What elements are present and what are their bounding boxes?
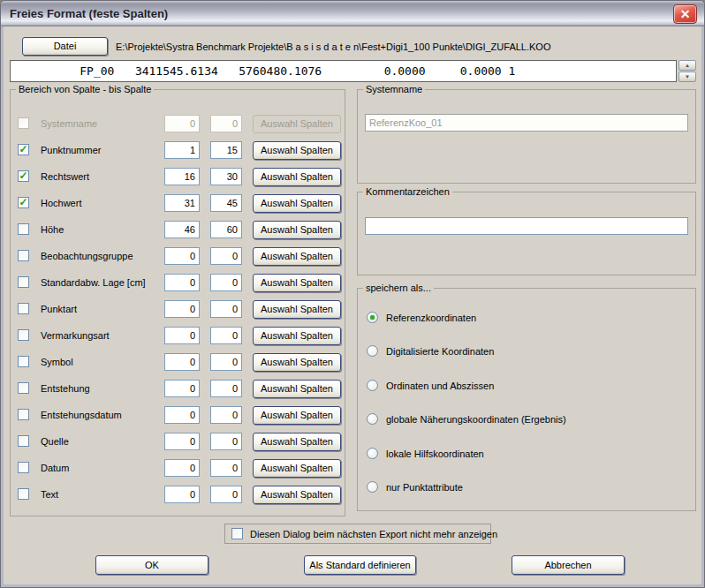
from-column-input-quelle[interactable] [164,433,200,450]
checkbox-entstehungsdatum[interactable] [18,409,29,420]
from-column-input-standardabw-lage-cm[interactable] [164,274,200,291]
ok-button[interactable]: OK [95,555,208,575]
checkbox-hochwert[interactable]: ✓ [18,197,29,208]
auswahl-spalten-button-standardabw-lage-cm[interactable]: Auswahl Spalten [253,274,341,292]
kommentarzeichen-input[interactable] [365,217,688,235]
auswahl-spalten-button-entstehungsdatum[interactable]: Auswahl Spalten [253,406,341,425]
hide-dialog-checkbox[interactable] [231,528,243,539]
to-column-input-punktnummer[interactable] [210,141,242,159]
checkbox-beobachtungsgruppe[interactable] [18,250,29,261]
checkbox-vermarkungsart[interactable] [18,329,29,341]
from-column-input-datum[interactable] [164,459,200,477]
column-range-group-title: Bereich von Spalte - bis Spalte [16,84,154,95]
auswahl-spalten-button-rechtswert[interactable]: Auswahl Spalten [253,168,341,186]
to-column-input-entstehungsdatum[interactable] [210,406,242,424]
auswahl-spalten-button-text[interactable]: Auswahl Spalten [253,486,341,504]
from-column-input-punktnummer[interactable] [164,141,200,159]
to-column-input-quelle[interactable] [210,433,242,450]
from-column-input-rechtswert[interactable] [164,168,200,185]
checkbox-datum[interactable] [18,462,29,473]
auswahl-spalten-button-systemname: Auswahl Spalten [253,115,341,133]
radio-ordinaten-und-abszissen[interactable] [367,380,378,391]
als-standard-definieren-button[interactable]: Als Standard definieren [304,555,416,575]
auswahl-spalten-button-punktart[interactable]: Auswahl Spalten [253,300,341,319]
radio-nur-punktattribute[interactable] [367,481,378,493]
to-column-input-datum[interactable] [210,459,242,477]
to-column-input-standardabw-lage-cm[interactable] [210,274,242,291]
to-column-input-rechtswert[interactable] [210,168,242,185]
column-range-group: Bereich von Spalte - bis Spalte Systemna… [10,89,345,516]
to-column-input-text[interactable] [210,486,242,503]
checkbox-quelle[interactable] [18,435,29,447]
column-row-hochwert: ✓HochwertAuswahl Spalten [18,194,339,214]
preview-field[interactable]: FP_00 3411545.6134 5760480.1076 0.0000 0… [10,60,677,82]
from-column-input-vermarkungsart[interactable] [164,327,200,344]
column-row-quelle: QuelleAuswahl Spalten [18,433,339,452]
radio-lokale-hilfskoordinaten[interactable] [367,448,378,459]
dialog-freies-format: Freies Format (feste Spalten) ✕ Datei E:… [0,0,705,588]
auswahl-spalten-button-punktnummer[interactable]: Auswahl Spalten [253,141,341,160]
auswahl-spalten-button-entstehung[interactable]: Auswahl Spalten [253,380,341,398]
from-column-input-entstehungsdatum[interactable] [164,406,200,424]
row-label-entstehung: Entstehung [41,383,90,394]
column-row-standardabw-lage-cm: Standardabw. Lage [cm]Auswahl Spalten [18,274,339,293]
checkbox-standardabw-lage-cm[interactable] [18,276,29,288]
title-bar[interactable]: Freies Format (feste Spalten) [1,1,704,26]
row-label-quelle: Quelle [41,436,69,447]
row-label-punktnummer: Punktnummer [41,145,101,155]
auswahl-spalten-button-h-he[interactable]: Auswahl Spalten [253,221,341,239]
row-label-symbol: Symbol [41,357,73,367]
to-column-input-h-he[interactable] [210,221,242,238]
from-column-input-hochwert[interactable] [164,194,200,212]
checkbox-entstehung[interactable] [18,382,29,394]
hide-dialog-box: Diesen Dialog beim nächsten Export nicht… [224,524,491,544]
to-column-input-hochwert[interactable] [210,194,242,212]
checkbox-h-he[interactable] [18,223,29,235]
abbrechen-button[interactable]: Abbrechen [512,555,625,575]
auswahl-spalten-button-symbol[interactable]: Auswahl Spalten [253,353,341,372]
checkbox-punktart[interactable] [18,303,29,314]
row-label-text: Text [41,489,58,500]
close-button[interactable]: ✕ [673,4,697,24]
arrow-up-icon: ▲ [685,63,690,68]
to-column-input-vermarkungsart[interactable] [210,327,242,344]
checkbox-punktnummer[interactable]: ✓ [18,144,29,155]
radio-digitalisierte-koordinaten[interactable] [367,345,378,357]
checkbox-text[interactable] [18,488,29,500]
file-path: E:\Projekte\Systra Benchmark Projekte\B … [116,41,692,52]
scroll-down-button[interactable]: ▼ [678,72,696,82]
from-column-input-text[interactable] [164,486,200,503]
radio-globale-n-herungskoordinaten-ergebnis[interactable] [367,413,378,425]
datei-button[interactable]: Datei [22,37,108,56]
scroll-up-button[interactable]: ▲ [678,60,696,71]
radio-label-globale-n-herungskoordinaten-ergebnis: globale Näherungskoordinaten (Ergebnis) [386,414,566,425]
checkbox-symbol[interactable] [18,356,29,367]
from-column-input-symbol[interactable] [164,353,200,371]
window-title: Freies Format (feste Spalten) [10,7,168,20]
row-label-standardabw-lage-cm: Standardabw. Lage [cm] [41,277,146,288]
radio-label-referenzkoordinaten: Referenzkoordinaten [386,313,476,323]
hide-dialog-label: Diesen Dialog beim nächsten Export nicht… [250,529,497,539]
speichern-als-group: speichern als... ReferenzkoordinatenDigi… [357,288,696,511]
to-column-input-beobachtungsgruppe[interactable] [210,247,242,265]
arrow-down-icon: ▼ [685,74,690,79]
row-label-rechtswert: Rechtswert [41,171,89,182]
auswahl-spalten-button-datum[interactable]: Auswahl Spalten [253,459,341,478]
to-column-input-punktart[interactable] [210,300,242,318]
auswahl-spalten-button-hochwert[interactable]: Auswahl Spalten [253,194,341,213]
from-column-input-h-he[interactable] [164,221,200,238]
auswahl-spalten-button-beobachtungsgruppe[interactable]: Auswahl Spalten [253,247,341,266]
from-column-input-beobachtungsgruppe[interactable] [164,247,200,265]
checkbox-rechtswert[interactable]: ✓ [18,170,29,182]
auswahl-spalten-button-vermarkungsart[interactable]: Auswahl Spalten [253,327,341,345]
to-column-input-systemname [210,115,242,132]
from-column-input-punktart[interactable] [164,300,200,318]
column-row-symbol: SymbolAuswahl Spalten [18,353,339,373]
auswahl-spalten-button-quelle[interactable]: Auswahl Spalten [253,433,341,451]
to-column-input-entstehung[interactable] [210,380,242,397]
kommentarzeichen-group: Kommentarzeichen [357,192,696,275]
column-row-systemname: SystemnameAuswahl Spalten [18,115,339,134]
from-column-input-entstehung[interactable] [164,380,200,397]
radio-referenzkoordinaten[interactable] [367,312,378,323]
to-column-input-symbol[interactable] [210,353,242,371]
